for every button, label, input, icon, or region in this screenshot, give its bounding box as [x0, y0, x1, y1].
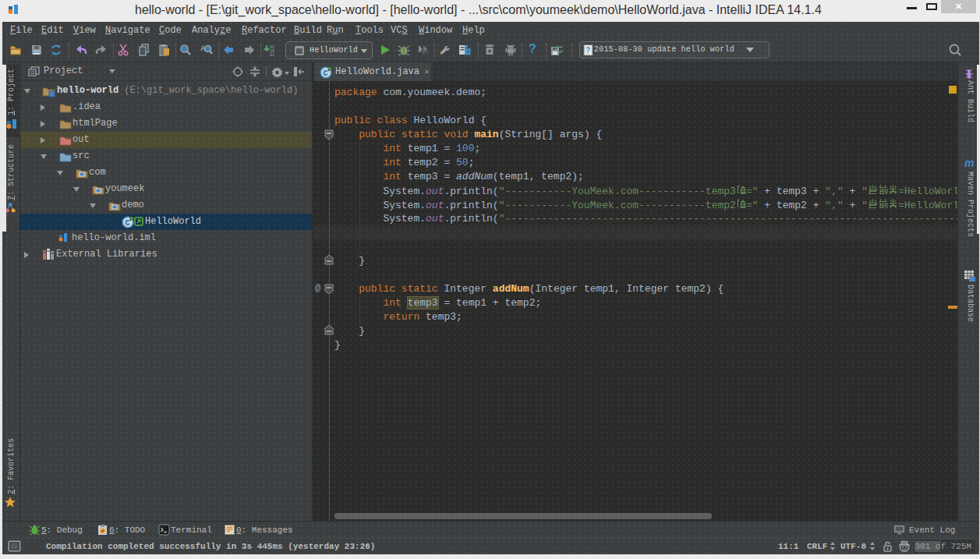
svg-text:01: 01: [270, 53, 274, 56]
svg-text:C: C: [324, 69, 328, 78]
svg-text:C: C: [126, 219, 130, 228]
svg-text:?: ?: [586, 46, 590, 55]
